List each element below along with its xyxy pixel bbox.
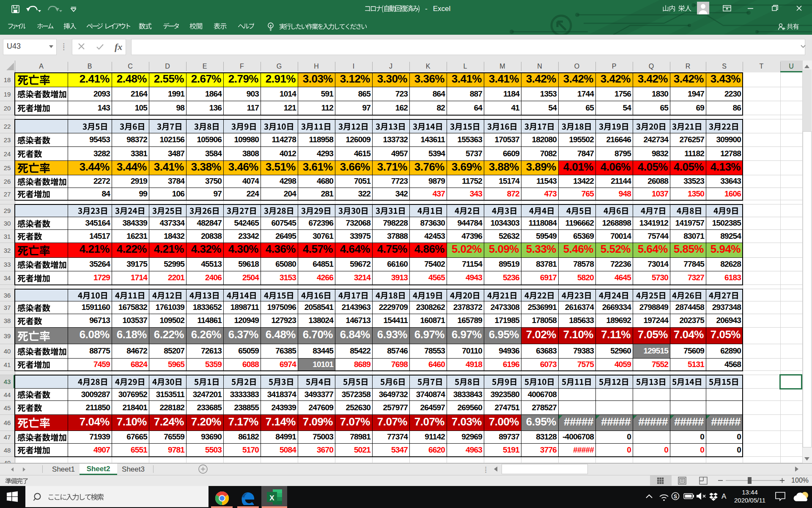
svg-text:fx: fx (115, 41, 122, 52)
svg-text:S: S (674, 494, 677, 500)
svg-text:X: X (269, 494, 274, 502)
svg-text:A: A (721, 492, 727, 500)
